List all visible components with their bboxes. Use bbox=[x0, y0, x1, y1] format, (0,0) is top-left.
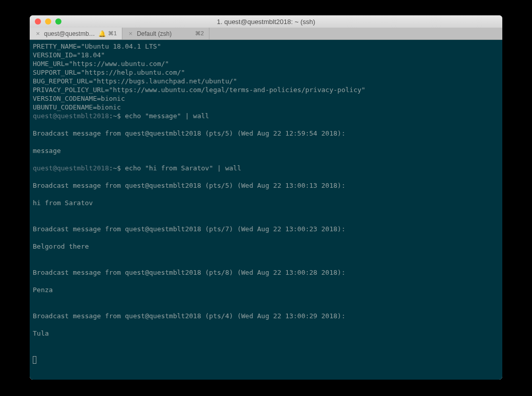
terminal-line: UBUNTU_CODENAME=bionic bbox=[33, 103, 499, 112]
terminal-line bbox=[33, 233, 499, 242]
close-icon[interactable]: × bbox=[35, 30, 41, 37]
terminal-line bbox=[33, 303, 499, 312]
terminal-line bbox=[33, 294, 499, 303]
prompt-path: :~$ bbox=[109, 164, 125, 172]
terminal-line: Broadcast message from quest@questmblt20… bbox=[33, 312, 499, 320]
window-title: 1. quest@questmblt2018: ~ (ssh) bbox=[30, 18, 502, 26]
terminal-line bbox=[33, 155, 499, 164]
terminal-line bbox=[33, 355, 499, 364]
tab-ssh[interactable]: × quest@questmblt... 🔔 ⌘1 bbox=[30, 28, 122, 39]
terminal-line: Tula bbox=[33, 329, 499, 338]
terminal-line bbox=[33, 216, 499, 225]
terminal-line: BUG_REPORT_URL="https://bugs.launchpad.n… bbox=[33, 77, 499, 85]
terminal-line: PRETTY_NAME="Ubuntu 18.04.1 LTS" bbox=[33, 42, 499, 51]
terminal-line: VERSION_ID="18.04" bbox=[33, 51, 499, 59]
terminal-line: VERSION_CODENAME=bionic bbox=[33, 94, 499, 103]
terminal-line bbox=[33, 138, 499, 146]
bell-icon: 🔔 bbox=[98, 30, 106, 37]
terminal-line: Broadcast message from quest@questmblt20… bbox=[33, 268, 499, 277]
terminal-line bbox=[33, 346, 499, 355]
terminal-line: hi from Saratov bbox=[33, 199, 499, 207]
terminal-line: PRIVACY_POLICY_URL="https://www.ubuntu.c… bbox=[33, 85, 499, 94]
terminal-line: Broadcast message from quest@questmblt20… bbox=[33, 181, 499, 190]
terminal-line: Penza bbox=[33, 285, 499, 294]
terminal-line bbox=[33, 190, 499, 199]
prompt-user: quest@questmblt2018 bbox=[33, 164, 109, 172]
tab-bar: × quest@questmblt... 🔔 ⌘1 × Default (zsh… bbox=[30, 28, 502, 40]
prompt-user: quest@questmblt2018 bbox=[33, 112, 109, 120]
terminal-line: SUPPORT_URL="https://help.ubuntu.com/" bbox=[33, 68, 499, 77]
terminal-line bbox=[33, 277, 499, 285]
terminal-line: Belgorod there bbox=[33, 242, 499, 251]
prompt-path: :~$ bbox=[109, 112, 125, 120]
command-text: echo "message" | wall bbox=[125, 112, 209, 120]
terminal-line bbox=[33, 259, 499, 268]
close-icon[interactable]: × bbox=[127, 30, 134, 37]
tab-label: quest@questmblt... bbox=[44, 30, 95, 37]
command-text: echo "hi from Saratov" | wall bbox=[125, 164, 241, 172]
close-window-button[interactable] bbox=[35, 18, 41, 25]
terminal-line: Broadcast message from quest@questmblt20… bbox=[33, 225, 499, 233]
maximize-window-button[interactable] bbox=[55, 18, 61, 25]
tab-default[interactable]: × Default (zsh) ⌘2 bbox=[122, 28, 209, 39]
terminal-line bbox=[33, 120, 499, 129]
terminal-line bbox=[33, 207, 499, 216]
tab-shortcut: ⌘1 bbox=[108, 30, 117, 37]
terminal-line bbox=[33, 251, 499, 259]
titlebar[interactable]: 1. quest@questmblt2018: ~ (ssh) bbox=[30, 15, 502, 28]
terminal-output[interactable]: PRETTY_NAME="Ubuntu 18.04.1 LTS"VERSION_… bbox=[30, 40, 502, 380]
terminal-line: quest@questmblt2018:~$ echo "message" | … bbox=[33, 112, 499, 120]
terminal-line: HOME_URL="https://www.ubuntu.com/" bbox=[33, 59, 499, 68]
terminal-line: quest@questmblt2018:~$ echo "hi from Sar… bbox=[33, 164, 499, 172]
terminal-line bbox=[33, 338, 499, 346]
terminal-line: Broadcast message from quest@questmblt20… bbox=[33, 129, 499, 138]
terminal-line: message bbox=[33, 146, 499, 155]
terminal-window: 1. quest@questmblt2018: ~ (ssh) × quest@… bbox=[30, 15, 502, 380]
terminal-line bbox=[33, 172, 499, 181]
cursor bbox=[33, 356, 36, 364]
traffic-lights bbox=[35, 18, 61, 25]
tab-label: Default (zsh) bbox=[137, 30, 172, 37]
minimize-window-button[interactable] bbox=[45, 18, 51, 25]
terminal-line bbox=[33, 320, 499, 329]
tab-shortcut: ⌘2 bbox=[195, 30, 204, 37]
